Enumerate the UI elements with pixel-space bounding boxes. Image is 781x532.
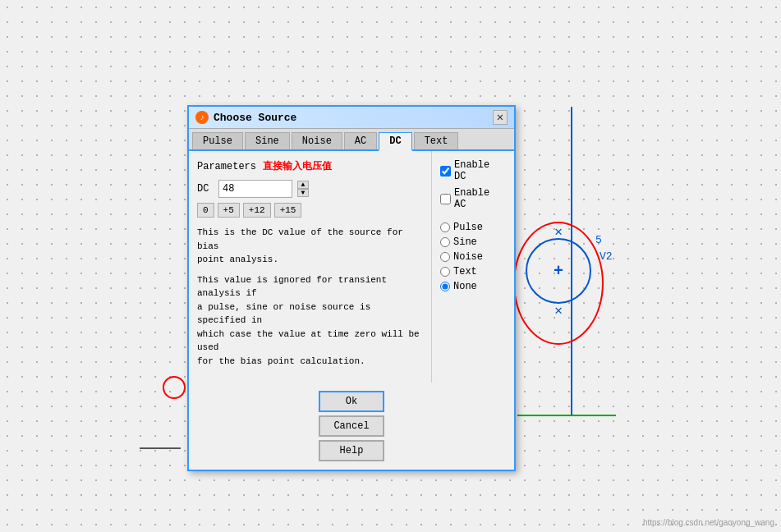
ok-button[interactable]: Ok	[319, 391, 384, 412]
description2: This value is ignored for transient anal…	[197, 273, 423, 369]
radio-noise-label: Noise	[453, 251, 483, 263]
dialog-app-icon: ♪	[195, 111, 209, 124]
spinner-up[interactable]: ▲	[297, 181, 309, 189]
radio-text[interactable]	[440, 267, 450, 277]
radio-sine-label: Sine	[453, 236, 477, 248]
vsource-x-top: ✕	[554, 223, 563, 240]
red-circle-small	[163, 376, 186, 399]
tab-text[interactable]: Text	[414, 132, 459, 149]
tab-noise[interactable]: Noise	[292, 132, 342, 149]
dialog-body: Parameters 直接输入电压值 DC ▲ ▼ 0 +5 +12 +15 T…	[189, 151, 514, 383]
radio-none-label: None	[453, 281, 477, 292]
dc-value-input[interactable]	[218, 180, 292, 198]
radio-sine-row: Sine	[440, 236, 506, 248]
preset-12[interactable]: +12	[243, 203, 271, 218]
tab-ac[interactable]: AC	[344, 132, 377, 149]
green-line	[517, 415, 616, 416]
enable-ac-checkbox[interactable]	[440, 194, 451, 204]
vsource-label: V2	[600, 250, 613, 263]
dialog-close-button[interactable]: ✕	[493, 110, 508, 125]
action-buttons: Ok Cancel Help	[189, 383, 514, 470]
preset-0[interactable]: 0	[197, 203, 214, 218]
tab-sine[interactable]: Sine	[245, 132, 290, 149]
radio-none[interactable]	[440, 282, 450, 291]
params-hint: 直接输入电压值	[263, 159, 332, 173]
enable-dc-label: Enable DC	[454, 159, 506, 182]
vsource: ✕ + ✕ 5 V2	[526, 238, 591, 304]
vsource-plus-sign: +	[554, 262, 563, 281]
cancel-button[interactable]: Cancel	[319, 415, 384, 437]
radio-pulse-label: Pulse	[453, 222, 483, 233]
spinner-down[interactable]: ▼	[297, 189, 309, 197]
radio-sine[interactable]	[440, 237, 450, 247]
dc-spinner: ▲ ▼	[297, 181, 309, 197]
preset-row: 0 +5 +12 +15	[197, 203, 423, 218]
radio-noise-row: Noise	[440, 251, 506, 263]
vsource-circle: ✕ + ✕	[526, 238, 591, 304]
dialog-titlebar: ♪ Choose Source ✕	[189, 107, 514, 129]
radio-pulse[interactable]	[440, 222, 450, 232]
watermark: https://blog.csdn.net/gaoyong_wang	[643, 518, 774, 527]
enable-ac-label: Enable AC	[454, 187, 506, 210]
preset-5[interactable]: +5	[218, 203, 240, 218]
radio-text-row: Text	[440, 266, 506, 277]
enable-dc-row: Enable DC	[440, 159, 506, 182]
radio-pulse-row: Pulse	[440, 222, 506, 233]
params-header: Parameters 直接输入电压值	[197, 159, 423, 173]
tab-dc[interactable]: DC	[379, 132, 411, 151]
enable-dc-checkbox[interactable]	[440, 166, 451, 177]
dialog-title-left: ♪ Choose Source	[195, 111, 296, 124]
help-button[interactable]: Help	[319, 440, 384, 461]
vsource-x-bottom: ✕	[554, 302, 563, 319]
dc-label: DC	[197, 183, 214, 195]
radio-noise[interactable]	[440, 252, 450, 262]
dialog-tabs: Pulse Sine Noise AC DC Text	[189, 129, 514, 151]
h-line-left	[140, 447, 181, 449]
dc-row: DC ▲ ▼	[197, 180, 423, 198]
enable-ac-row: Enable AC	[440, 187, 506, 210]
dialog-title: Choose Source	[214, 112, 296, 124]
waveform-radio-section: Pulse Sine Noise Text None	[440, 222, 506, 292]
choose-source-dialog: ♪ Choose Source ✕ Pulse Sine Noise AC DC…	[187, 105, 516, 471]
radio-text-label: Text	[453, 266, 477, 277]
dialog-left-panel: Parameters 直接输入电压值 DC ▲ ▼ 0 +5 +12 +15 T…	[189, 151, 432, 383]
tab-pulse[interactable]: Pulse	[192, 132, 243, 149]
vsource-value: 5	[595, 234, 602, 246]
params-label: Parameters	[197, 161, 256, 172]
description1: This is the DC value of the source for b…	[197, 226, 423, 267]
dialog-right-panel: Enable DC Enable AC Pulse Sine Noise	[432, 151, 514, 383]
radio-none-row: None	[440, 281, 506, 292]
preset-15[interactable]: +15	[274, 203, 302, 218]
